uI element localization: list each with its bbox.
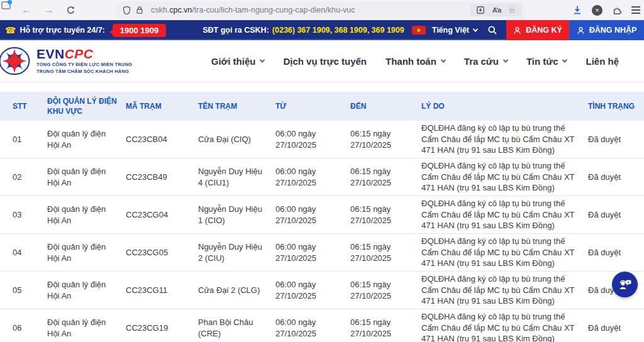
logo-evn: EVN bbox=[36, 47, 65, 61]
cell-tu: 06:00 ngày 27/10/2025 bbox=[275, 317, 350, 339]
col-header-stt: STT bbox=[13, 101, 47, 111]
chevron-down-icon bbox=[260, 57, 265, 62]
col-header-ly-do: LÝ DO bbox=[421, 101, 588, 111]
cell-tinh-trang: Đã duyệt bbox=[588, 247, 644, 258]
extensions-puzzle-icon[interactable] bbox=[612, 5, 622, 15]
cell-ten-tram: Nguyễn Duy Hiệu 4 (CIU1) bbox=[198, 166, 275, 188]
cell-ma-tram: CC23CG11 bbox=[126, 285, 198, 296]
phone-icon: ☎ bbox=[5, 26, 16, 35]
col-header-den: ĐẾN bbox=[350, 101, 421, 111]
register-button[interactable]: ĐĂNG KÝ bbox=[506, 20, 569, 40]
cell-ly-do: ĐQLĐHA đăng ký cô lập tụ bù trung thế Cẩ… bbox=[421, 236, 588, 269]
col-header-ma-tram: MÃ TRẠM bbox=[126, 101, 198, 111]
nav-label: Giới thiệu bbox=[211, 56, 256, 67]
cell-doi: Đội quản lý điện Hội An bbox=[47, 204, 126, 226]
search-icon[interactable] bbox=[487, 25, 497, 35]
cell-doi: Đội quản lý điện Hội An bbox=[47, 279, 126, 301]
person-icon bbox=[513, 26, 521, 35]
cell-stt: 04 bbox=[13, 247, 47, 258]
save-page-icon[interactable] bbox=[476, 6, 485, 14]
col-header-tinh-trang: TÌNH TRẠNG bbox=[588, 101, 644, 111]
toolbar-right-group: × bbox=[572, 0, 640, 20]
reload-icon[interactable] bbox=[60, 6, 81, 15]
table-row: 01 Đội quản lý điện Hội An CC23CB04 Cửa … bbox=[0, 121, 644, 158]
col-header-tu: TỪ bbox=[275, 101, 350, 111]
chat-support-button[interactable] bbox=[612, 272, 638, 297]
menu-icon[interactable] bbox=[631, 4, 640, 16]
login-button[interactable]: ĐĂNG NHẬP bbox=[569, 20, 644, 40]
cskh-label: SĐT gọi ra CSKH: bbox=[203, 26, 269, 35]
cell-ly-do: ĐQLĐHA đăng ký cô lập tụ bù trung thế Cẩ… bbox=[421, 273, 588, 307]
tab-notification-dot bbox=[8, 0, 12, 4]
main-nav: Giới thiệu Dịch vụ trực tuyến Thanh toán… bbox=[211, 56, 644, 67]
address-bar[interactable]: cskh.cpc.vn/tra-cuu/lich-tam-ngung-cung-… bbox=[116, 2, 525, 18]
download-icon[interactable] bbox=[572, 5, 582, 15]
url-text[interactable]: cskh.cpc.vn/tra-cuu/lich-tam-ngung-cung-… bbox=[151, 6, 355, 14]
nav-label: Thanh toán bbox=[386, 56, 436, 67]
nav-label: Tin tức bbox=[526, 56, 558, 67]
browser-window: ← → cskh.cpc.vn/tra-cuu/lich-tam-ngung-c… bbox=[0, 0, 644, 342]
person-icon bbox=[577, 26, 585, 35]
cell-ma-tram: CC23CG05 bbox=[126, 247, 198, 258]
vietnam-flag-icon[interactable]: ★ bbox=[412, 26, 426, 35]
cell-ten-tram: Phan Bội Châu (CRE) bbox=[198, 317, 275, 339]
chat-agent-icon bbox=[618, 277, 633, 292]
nav-item-lien-he[interactable]: Liên hệ bbox=[586, 56, 619, 67]
cell-tu: 06:00 ngày 27/10/2025 bbox=[275, 241, 350, 263]
chevron-down-icon bbox=[562, 57, 567, 62]
language-label: Tiếng Việt bbox=[432, 26, 469, 35]
cell-tu: 06:00 ngày 27/10/2025 bbox=[275, 279, 350, 301]
translate-icon[interactable]: Aʹa bbox=[492, 6, 501, 14]
cell-ma-tram: CC23CG19 bbox=[126, 323, 198, 334]
chevron-down-icon bbox=[503, 57, 508, 62]
cell-doi: Đội quản lý điện Hội An bbox=[47, 128, 126, 150]
cell-den: 06:15 ngày 27/10/2025 bbox=[350, 317, 421, 339]
shield-icon[interactable] bbox=[123, 6, 131, 15]
cell-den: 06:15 ngày 27/10/2025 bbox=[350, 204, 421, 226]
nav-item-thanh-toan[interactable]: Thanh toán bbox=[386, 56, 445, 67]
table-row: 06 Đội quản lý điện Hội An CC23CG19 Phan… bbox=[0, 309, 644, 342]
cell-tu: 06:00 ngày 27/10/2025 bbox=[275, 204, 350, 226]
evncpc-logo[interactable]: EVNCPC TỔNG CÔNG TY ĐIỆN LỰC MIỀN TRUNG … bbox=[1, 44, 132, 78]
hotline-badge[interactable]: 1900 1909 bbox=[113, 24, 166, 37]
col-header-doi: ĐỘI QUẢN LÝ ĐIỆN KHU VỰC bbox=[47, 96, 126, 116]
cell-doi: Đội quản lý điện Hội An bbox=[47, 166, 126, 188]
login-label: ĐĂNG NHẬP bbox=[589, 26, 637, 35]
url-domain: cpc.vn bbox=[169, 6, 192, 14]
cell-stt: 06 bbox=[13, 323, 47, 334]
bookmark-star-icon[interactable]: ☆ bbox=[508, 6, 516, 14]
lock-icon[interactable] bbox=[136, 6, 143, 14]
logo-cpc: CPC bbox=[65, 47, 94, 61]
topbar-right-group: SĐT gọi ra CSKH: (0236) 367 1909, 368 19… bbox=[203, 20, 644, 40]
logo-subtitle-2: TRUNG TÂM CHĂM SÓC KHÁCH HÀNG bbox=[36, 68, 132, 75]
cell-ma-tram: CC23CB49 bbox=[126, 172, 198, 183]
cell-ly-do: ĐQLĐHA đăng ký cô lập tụ bù trung thế Cẩ… bbox=[421, 311, 588, 342]
table-row: 04 Đội quản lý điện Hội An CC23CG05 Nguy… bbox=[0, 234, 644, 272]
cell-tu: 06:00 ngày 27/10/2025 bbox=[275, 166, 350, 188]
tab-stub-icon[interactable] bbox=[1, 1, 11, 9]
nav-item-dich-vu-truc-tuyen[interactable]: Dịch vụ trực tuyến bbox=[283, 56, 367, 67]
table-row: 03 Đội quản lý điện Hội An CC23CG04 Nguy… bbox=[0, 196, 644, 234]
nav-item-tra-cuu[interactable]: Tra cứu bbox=[464, 56, 508, 67]
blocked-badge-icon[interactable]: × bbox=[592, 5, 602, 16]
cell-tinh-trang: Đã duyệt bbox=[588, 134, 644, 145]
language-selector[interactable]: Tiếng Việt bbox=[432, 26, 477, 35]
cell-ten-tram: Nguyễn Duy Hiệu 1 (CIO) bbox=[198, 204, 275, 226]
back-icon[interactable]: ← bbox=[15, 5, 38, 15]
support-label: Hỗ trợ trực tuyến 24/7: bbox=[19, 26, 104, 35]
cell-doi: Đội quản lý điện Hội An bbox=[47, 241, 126, 263]
table-row: 02 Đội quản lý điện Hội An CC23CB49 Nguy… bbox=[0, 158, 644, 196]
cell-doi: Đội quản lý điện Hội An bbox=[47, 317, 126, 339]
cell-tinh-trang: Đã duyệt bbox=[588, 323, 644, 334]
logo-text: EVNCPC TỔNG CÔNG TY ĐIỆN LỰC MIỀN TRUNG … bbox=[36, 47, 132, 75]
site-topbar: ☎ Hỗ trợ trực tuyến 24/7: 1900 1909 SĐT … bbox=[0, 20, 644, 40]
cell-tinh-trang: Đã duyệt bbox=[588, 209, 644, 221]
nav-item-gioi-thieu[interactable]: Giới thiệu bbox=[211, 56, 265, 67]
cell-tinh-trang: Đã duyệt bbox=[588, 172, 644, 183]
col-header-ten-tram: TÊN TRẠM bbox=[198, 101, 275, 111]
forward-icon[interactable]: → bbox=[38, 5, 60, 15]
chevron-down-icon bbox=[473, 26, 478, 31]
nav-item-tin-tuc[interactable]: Tin tức bbox=[526, 56, 567, 67]
cell-stt: 05 bbox=[13, 285, 47, 296]
cell-den: 06:15 ngày 27/10/2025 bbox=[350, 166, 421, 188]
